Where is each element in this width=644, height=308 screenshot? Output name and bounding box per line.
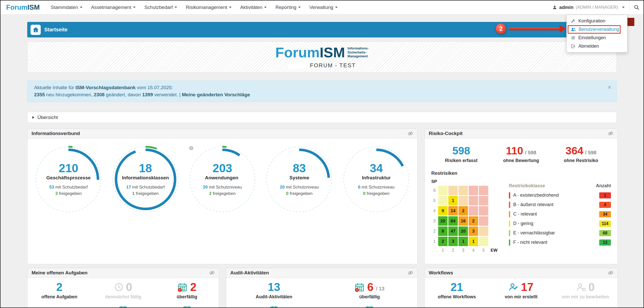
matrix-row-label: 2 (431, 229, 437, 234)
ring-stat-freigegeben: 0 freigegeben (280, 190, 319, 197)
user-dropdown-menu: KonfigurationBenutzerverwaltungEinstellu… (566, 15, 627, 52)
close-icon[interactable]: × (608, 84, 611, 90)
chevron-down-icon (175, 7, 177, 8)
risk-matrix-cell: 3 (469, 226, 478, 236)
matrix-y-axis-label: SP (431, 179, 500, 184)
eye-slash-icon[interactable] (209, 270, 215, 276)
legend-count-badge: 68 (599, 230, 611, 236)
app-window: ForumISM StammdatenAssetmanagementSchutz… (0, 0, 644, 308)
nav-item-verwaltung[interactable]: Verwaltung (305, 1, 342, 14)
legend-color-bar (509, 211, 510, 217)
risk-matrix-cell: 2 (438, 237, 448, 246)
risk-matrix-cell (459, 186, 468, 195)
panel-title: Informationsverbund (32, 131, 80, 136)
panel-title: Workflows (429, 270, 453, 276)
calendar-icon (365, 305, 374, 308)
risk-matrix-cell (479, 186, 488, 195)
home-icon[interactable] (31, 25, 41, 35)
calendar-alert-icon: ! (354, 282, 365, 292)
user-icon (552, 5, 557, 10)
ring-label: Anwendungen (205, 175, 240, 181)
eye-slash-icon[interactable] (408, 270, 413, 276)
risk-matrix-cell (479, 196, 488, 205)
eye-slash-icon[interactable] (608, 270, 613, 276)
search-icon (634, 5, 639, 10)
risk-matrix-cell: 1 (459, 237, 468, 246)
app-logo[interactable]: ForumISM (6, 4, 40, 11)
risk-matrix-grid: 651491423208416228472031231112345EW (431, 186, 500, 253)
ring-value: 34 (370, 162, 383, 174)
alert-link[interactable]: ISM-Vorschlagsdatenbank (76, 85, 136, 90)
workflows-body: 21 offene Workflows 17 von mir erstellt … (425, 278, 618, 300)
nav-item-reporting[interactable]: Reporting (271, 1, 305, 14)
hero-banner: ForumISM Informations- Sicherheits- Mana… (27, 42, 617, 73)
menu-item-konfiguration[interactable]: Konfiguration (567, 17, 627, 25)
ring-label: Infrastruktur (362, 175, 391, 181)
rc-stat-risiken-erfasst: 598 Risiken erfasst (431, 145, 491, 163)
nav-item-assetmanagement[interactable]: Assetmanagement (87, 1, 140, 14)
chevron-right-icon (32, 116, 34, 119)
calendar-icon (182, 305, 192, 308)
risk-matrix-cell (438, 186, 448, 195)
search-button[interactable] (629, 1, 643, 14)
ring-label: Geschäftsprozesse (46, 175, 91, 181)
menu-item-abmelden[interactable]: Abmelden (567, 42, 627, 50)
chevron-down-icon (80, 7, 82, 8)
nav-item-risikomanagement[interactable]: Risikomanagement (181, 1, 236, 14)
alert-link-vorschlaege[interactable]: Meine geänderten Vorschläge (182, 92, 250, 97)
panel-informationsverbund: Informationsverbund 210 Geschäftsprozess… (27, 128, 418, 264)
matrix-col-label: 1 (438, 247, 448, 253)
dashboard-grid: Informationsverbund 210 Geschäftsprozess… (27, 128, 617, 308)
menu-item-benutzerverwaltung[interactable]: Benutzerverwaltung (567, 25, 627, 34)
panel-workflows: Workflows 21 offene Workflows 17 von mir… (424, 268, 618, 308)
ring-stat-schutz: 20 mit Schutzniveau (203, 184, 242, 190)
info-alert: Aktuelle Inhalte für ISM-Vorschlagsdaten… (27, 81, 617, 102)
chevron-down-icon (335, 7, 338, 8)
annotation-artifact (627, 18, 634, 26)
user-menu-items: KonfigurationBenutzerverwaltungEinstellu… (567, 17, 627, 50)
chevron-down-icon (298, 7, 301, 8)
ring-systeme: 83 Systeme 20 mit Schutzniveau 0 freigeg… (266, 146, 333, 213)
ring-stat-schutz: 20 mit Schutzniveau (280, 184, 319, 190)
menu-item-label: Einstellungen (578, 35, 606, 41)
legend-row: D - gering 114 (509, 219, 611, 228)
legend-header: Restrisikoklasse Anzahl (509, 183, 611, 189)
matrix-col-label: 4 (469, 247, 478, 253)
uebersicht-toggle[interactable]: Übersicht (27, 112, 617, 123)
nav-item-stammdaten[interactable]: Stammdaten (46, 1, 87, 14)
rc-stat-ohne-restrisiko: 364/ 598 ohne Restrisiko (551, 145, 611, 163)
nav-item-aktivit-ten[interactable]: Aktivitäten (236, 1, 271, 14)
rings: 210 Geschäftsprozesse 53 mit Schutzbedar… (27, 139, 417, 213)
restrisiken-heading: Restrisiken (431, 170, 611, 176)
menu-item-einstellungen[interactable]: Einstellungen (567, 34, 627, 42)
nav-item-label: Assetmanagement (91, 5, 131, 10)
panel-title: Risiko-Cockpit (429, 131, 463, 136)
stat-berf-llig: !6/ 13 überfällig (322, 281, 418, 300)
stat-von-mir-zu-bearbeiten: 0 von mir zu bearbeiten (553, 281, 618, 300)
nav-item-label: Schutzbedarf (144, 5, 173, 10)
gear-icon (571, 35, 576, 40)
risk-matrix-cell: 3 (448, 237, 458, 246)
risk-matrix-cell: 20 (459, 226, 468, 236)
risk-matrix-cell: 47 (448, 226, 458, 236)
risk-legend: Restrisikoklasse Anzahl A - existenzbedr… (500, 183, 611, 253)
matrix-row-label: 1 (431, 239, 437, 244)
eye-slash-icon[interactable] (608, 131, 613, 136)
page-content: Startseite ForumISM Informations- Sicher… (1, 15, 643, 308)
user-menu-trigger[interactable]: admin (ADMIN / MANAGER) (548, 1, 629, 14)
legend-count-badge: 114 (599, 221, 611, 227)
risk-matrix-cell: 84 (448, 216, 458, 226)
ring-infrastruktur: 34 Infrastruktur 6 mit Schutzniveau 0 fr… (343, 146, 410, 213)
risk-matrix-cell (479, 216, 488, 226)
legend-row: A - existenzbedrohend 1 (509, 191, 611, 200)
eye-slash-icon[interactable] (408, 131, 413, 136)
panel-risiko-cockpit-header: Risiko-Cockpit (425, 129, 618, 139)
stat-berf-llig: !2 überfällig (155, 281, 219, 300)
legend-row: F - nicht relevant 13 (509, 238, 611, 247)
calendar-icon (269, 305, 279, 308)
ring-anwendungen: 203 Anwendungen 20 mit Schutzniveau 2 fr… (189, 146, 256, 213)
logout-icon (571, 44, 576, 49)
nav-item-schutzbedarf[interactable]: Schutzbedarf (140, 1, 181, 14)
legend-row: B - äußerst relevant 4 (509, 200, 611, 209)
hero-logo: ForumISM (275, 45, 345, 60)
